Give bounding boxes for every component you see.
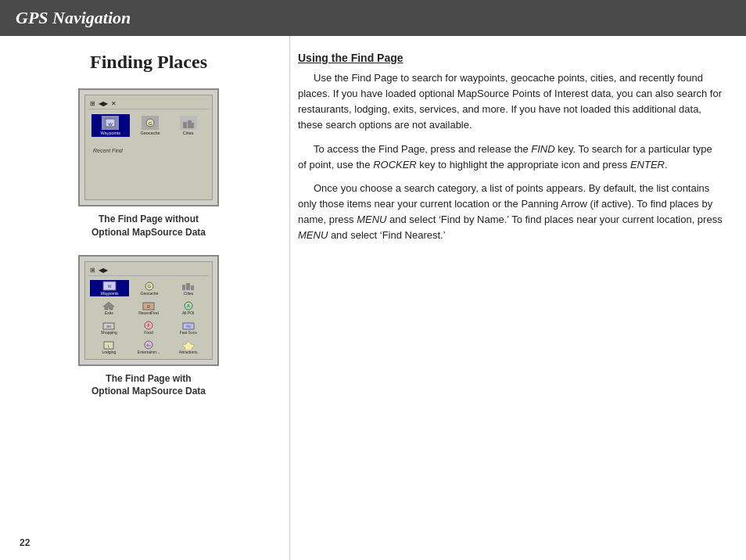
svg-text:En: En [147,343,151,347]
svg-text:W: W [108,284,112,289]
content-heading: Using the Find Page [298,52,723,64]
section-title: Finding Places [90,52,207,73]
svg-rect-12 [186,283,190,290]
left-column: Finding Places ⊞ ◀▶ ✕ W [0,36,289,560]
svg-text:FS: FS [186,325,190,328]
screen-topbar-2: ⊞ ◀▶ [88,265,209,276]
screen-inner-2: ⊞ ◀▶ W Waypoints G Geocache [84,261,213,360]
svg-rect-11 [182,285,185,290]
svg-text:F: F [147,323,149,328]
svg-text:SH: SH [107,325,112,328]
svg-rect-6 [192,123,194,128]
page-title: GPS Navigation [16,8,131,28]
italic-menu-2: MENU [298,229,328,241]
svg-text:R: R [147,304,150,309]
header-bar: GPS Navigation [0,0,746,36]
content-body: Use the Find Page to search for waypoint… [298,70,723,243]
italic-menu-1: MENU [357,214,386,225]
device-screen-1: ⊞ ◀▶ ✕ W Waypoints [78,88,219,206]
italic-enter: ENTER [630,159,665,171]
caption-1: The Find Page without Optional MapSource… [91,213,206,239]
screen-inner-1: ⊞ ◀▶ ✕ W Waypoints [84,95,213,200]
paragraph-2: To access the Find Page, press and relea… [298,142,723,173]
svg-text:W: W [108,122,113,127]
svg-rect-4 [183,122,187,128]
caption-2: The Find Page with Optional MapSource Da… [91,372,206,399]
recent-find-label-1: Recent Find [93,148,123,153]
paragraph-3: Once you choose a search category, a lis… [298,181,723,244]
device-screen-2: ⊞ ◀▶ W Waypoints G Geocache [78,255,219,366]
svg-rect-5 [188,120,192,128]
screen-topbar-1: ⊞ ◀▶ ✕ [88,99,209,109]
svg-marker-28 [182,341,195,350]
italic-rocker: ROCKER [373,159,417,171]
paragraph-1: Use the Find Page to search for waypoint… [298,70,723,134]
page-number: 22 [20,537,30,548]
svg-rect-13 [191,285,194,290]
svg-text:G: G [149,121,152,126]
svg-text:G: G [148,284,151,289]
main-content: Finding Places ⊞ ◀▶ ✕ W [0,36,746,560]
right-column: Using the Find Page Use the Find Page to… [289,36,746,560]
italic-find: FIND [531,143,554,155]
